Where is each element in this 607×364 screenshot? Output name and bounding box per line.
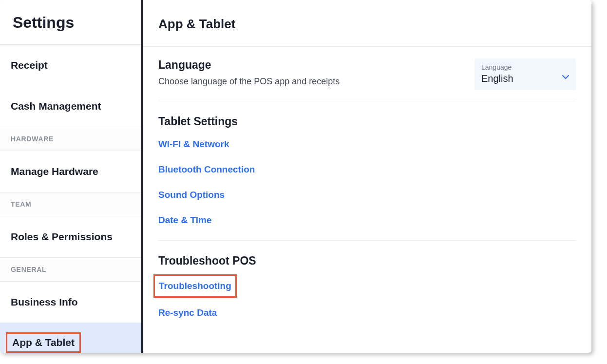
language-description: Choose language of the POS app and recei…: [158, 77, 340, 87]
link-wifi-network[interactable]: Wi-Fi & Network: [158, 139, 576, 150]
sidebar-section-hardware: HARDWARE: [0, 127, 141, 151]
sidebar-item-label: App & Tablet: [6, 332, 81, 353]
sidebar-item-business-info[interactable]: Business Info: [0, 282, 141, 323]
sidebar-item-cash-management[interactable]: Cash Management: [0, 86, 141, 127]
dropdown-text: Language English: [481, 63, 513, 84]
chevron-down-icon: [562, 73, 569, 81]
link-resync-data[interactable]: Re-sync Data: [158, 307, 576, 318]
link-sound-options[interactable]: Sound Options: [158, 190, 576, 200]
sidebar: Settings Receipt Cash Management HARDWAR…: [0, 0, 143, 353]
sidebar-item-roles-permissions[interactable]: Roles & Permissions: [0, 216, 141, 257]
sidebar-item-receipt[interactable]: Receipt: [0, 45, 141, 86]
page-title: App & Tablet: [158, 17, 591, 32]
settings-window: Settings Receipt Cash Management HARDWAR…: [0, 0, 591, 353]
link-bluetooth-connection[interactable]: Bluetooth Connection: [158, 164, 576, 175]
language-section: Language Choose language of the POS app …: [158, 58, 576, 101]
main-panel: App & Tablet Language Choose language of…: [143, 0, 591, 353]
tablet-settings-heading: Tablet Settings: [158, 115, 576, 128]
link-troubleshooting[interactable]: Troubleshooting: [153, 274, 237, 298]
tablet-settings-section: Tablet Settings Wi-Fi & Network Bluetoot…: [158, 115, 576, 241]
dropdown-value: English: [481, 73, 513, 84]
troubleshoot-links: Troubleshooting Re-sync Data: [158, 274, 576, 333]
troubleshoot-heading: Troubleshoot POS: [158, 254, 576, 268]
content-area: Language Choose language of the POS app …: [143, 47, 591, 333]
dropdown-label: Language: [481, 63, 513, 71]
language-heading: Language: [158, 58, 340, 72]
language-text-block: Language Choose language of the POS app …: [158, 58, 340, 87]
sidebar-title: Settings: [0, 0, 141, 45]
language-dropdown[interactable]: Language English: [474, 58, 576, 90]
sidebar-section-team: TEAM: [0, 192, 141, 216]
main-header: App & Tablet: [143, 0, 591, 47]
troubleshoot-section: Troubleshoot POS Troubleshooting Re-sync…: [158, 254, 576, 333]
sidebar-item-app-tablet[interactable]: App & Tablet: [0, 323, 141, 353]
sidebar-item-manage-hardware[interactable]: Manage Hardware: [0, 151, 141, 192]
link-date-time[interactable]: Date & Time: [158, 215, 576, 226]
tablet-settings-links: Wi-Fi & Network Bluetooth Connection Sou…: [158, 139, 576, 241]
sidebar-section-general: GENERAL: [0, 257, 141, 282]
